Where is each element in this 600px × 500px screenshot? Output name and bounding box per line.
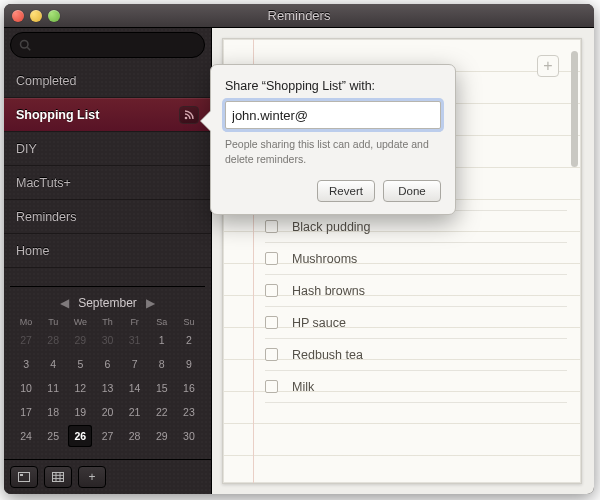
calendar-day[interactable]: 18 — [41, 401, 65, 423]
reminder-text: Black pudding — [292, 220, 371, 234]
reminder-checkbox[interactable] — [265, 348, 278, 361]
calendar-day[interactable]: 16 — [177, 377, 201, 399]
reminder-checkbox[interactable] — [265, 252, 278, 265]
sidebar-item-label: Reminders — [16, 210, 76, 224]
reminder-text: Milk — [292, 380, 314, 394]
sidebar-item-label: Home — [16, 244, 49, 258]
reminder-checkbox[interactable] — [265, 284, 278, 297]
revert-button[interactable]: Revert — [317, 180, 375, 202]
calendar-day[interactable]: 5 — [68, 353, 92, 375]
calendar-day[interactable]: 29 — [150, 425, 174, 447]
calendar-day[interactable]: 13 — [95, 377, 119, 399]
window-zoom-button[interactable] — [48, 10, 60, 22]
calendar-dow: Mo — [14, 317, 38, 327]
svg-point-2 — [185, 116, 188, 119]
broadcast-icon — [184, 110, 194, 120]
sidebar-item-label: MacTuts+ — [16, 176, 71, 190]
reminder-row[interactable]: Black pudding — [265, 211, 567, 243]
svg-rect-3 — [19, 473, 30, 482]
share-list-button[interactable] — [179, 106, 199, 124]
calendar-prev-button[interactable]: ◀ — [58, 296, 70, 310]
share-popover-hint: People sharing this list can add, update… — [225, 137, 441, 166]
search-field-container[interactable] — [10, 32, 205, 58]
svg-point-0 — [21, 41, 29, 49]
share-recipient-input[interactable] — [225, 101, 441, 129]
calendar-day-other-month[interactable]: 31 — [123, 329, 147, 351]
calendar-day-other-month[interactable]: 27 — [14, 329, 38, 351]
calendar-day[interactable]: 4 — [41, 353, 65, 375]
calendar-month-label: September — [78, 296, 137, 310]
calendar-day[interactable]: 28 — [123, 425, 147, 447]
calendar-day[interactable]: 25 — [41, 425, 65, 447]
calendar-day[interactable]: 9 — [177, 353, 201, 375]
sidebar-bottom-bar: + — [4, 459, 211, 494]
calendar-day[interactable]: 11 — [41, 377, 65, 399]
calendar-day-other-month[interactable]: 28 — [41, 329, 65, 351]
svg-line-1 — [27, 47, 30, 50]
calendar-day[interactable]: 8 — [150, 353, 174, 375]
reminder-checkbox[interactable] — [265, 380, 278, 393]
calendar-day-today[interactable]: 26 — [68, 425, 92, 447]
calendar-day[interactable]: 19 — [68, 401, 92, 423]
sidebar: CompletedShopping ListDIYMacTuts+Reminde… — [4, 28, 212, 494]
calendar-day[interactable]: 7 — [123, 353, 147, 375]
plus-icon: + — [543, 57, 552, 75]
sidebar-lists: CompletedShopping ListDIYMacTuts+Reminde… — [4, 64, 211, 268]
calendar-day[interactable]: 24 — [14, 425, 38, 447]
calendar-dow: We — [68, 317, 92, 327]
search-input[interactable] — [31, 38, 196, 52]
calendar-dow: Tu — [41, 317, 65, 327]
done-button[interactable]: Done — [383, 180, 441, 202]
window-close-button[interactable] — [12, 10, 24, 22]
calendar-day[interactable]: 23 — [177, 401, 201, 423]
calendar-day[interactable]: 21 — [123, 401, 147, 423]
view-calendar-button[interactable] — [44, 466, 72, 488]
reminder-row[interactable]: Mushrooms — [265, 243, 567, 275]
window-minimize-button[interactable] — [30, 10, 42, 22]
sidebar-item-label: Completed — [16, 74, 76, 88]
sidebar-item[interactable]: Home — [4, 234, 211, 268]
calendar-day[interactable]: 14 — [123, 377, 147, 399]
reminder-text: Hash browns — [292, 284, 365, 298]
window-title: Reminders — [4, 8, 594, 23]
calendar-day[interactable]: 15 — [150, 377, 174, 399]
calendar-day[interactable]: 2 — [177, 329, 201, 351]
calendar-day[interactable]: 20 — [95, 401, 119, 423]
reminder-row[interactable]: Milk — [265, 371, 567, 403]
calendar-day[interactable]: 6 — [95, 353, 119, 375]
sidebar-item[interactable]: MacTuts+ — [4, 166, 211, 200]
reminder-row[interactable]: Redbush tea — [265, 339, 567, 371]
sidebar-item[interactable]: DIY — [4, 132, 211, 166]
calendar-day-other-month[interactable]: 30 — [95, 329, 119, 351]
calendar-day[interactable]: 12 — [68, 377, 92, 399]
calendar-day[interactable]: 3 — [14, 353, 38, 375]
svg-rect-4 — [20, 474, 23, 476]
reminder-checkbox[interactable] — [265, 220, 278, 233]
sidebar-item[interactable]: Shopping List — [4, 98, 211, 132]
sidebar-item[interactable]: Completed — [4, 64, 211, 98]
calendar-day[interactable]: 10 — [14, 377, 38, 399]
calendar-day[interactable]: 27 — [95, 425, 119, 447]
add-reminder-button[interactable]: + — [537, 55, 559, 77]
sidebar-item-label: Shopping List — [16, 108, 99, 122]
calendar: ◀ September ▶ MoTuWeThFrSaSu272829303112… — [10, 286, 205, 455]
calendar-next-button[interactable]: ▶ — [145, 296, 157, 310]
scrollbar-thumb[interactable] — [571, 51, 578, 167]
calendar-day[interactable]: 17 — [14, 401, 38, 423]
calendar-day[interactable]: 22 — [150, 401, 174, 423]
share-popover: Share “Shopping List” with: People shari… — [210, 64, 456, 215]
reminder-row[interactable]: HP sauce — [265, 307, 567, 339]
reminder-text: Redbush tea — [292, 348, 363, 362]
sidebar-item[interactable]: Reminders — [4, 200, 211, 234]
card-icon — [18, 472, 30, 482]
calendar-day-other-month[interactable]: 29 — [68, 329, 92, 351]
calendar-grid: MoTuWeThFrSaSu27282930311234567891011121… — [14, 317, 201, 447]
view-card-button[interactable] — [10, 466, 38, 488]
calendar-dow: Fr — [123, 317, 147, 327]
calendar-day[interactable]: 1 — [150, 329, 174, 351]
add-list-button[interactable]: + — [78, 466, 106, 488]
calendar-day[interactable]: 30 — [177, 425, 201, 447]
reminder-row[interactable]: Hash browns — [265, 275, 567, 307]
reminder-checkbox[interactable] — [265, 316, 278, 329]
plus-icon: + — [88, 470, 95, 484]
